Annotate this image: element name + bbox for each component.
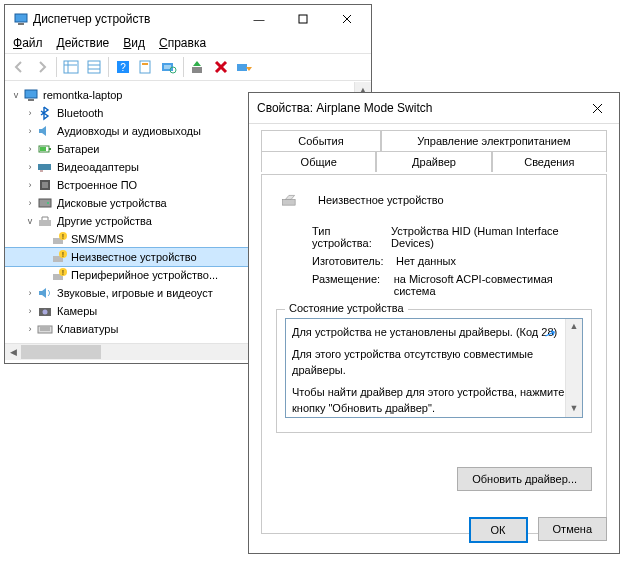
dialog-close-button[interactable] xyxy=(577,93,617,123)
titlebar[interactable]: Диспетчер устройств — xyxy=(5,5,371,33)
firmware-icon xyxy=(37,177,53,193)
svg-rect-30 xyxy=(42,182,48,188)
svg-rect-5 xyxy=(64,61,78,73)
scrollbar-thumb[interactable] xyxy=(21,345,101,359)
tab-driver[interactable]: Драйвер xyxy=(376,151,491,172)
svg-rect-26 xyxy=(40,147,46,151)
dialog-titlebar[interactable]: Свойства: Airplane Mode Switch xyxy=(249,93,619,124)
help-icon[interactable]: ? xyxy=(112,56,134,78)
label-loc: Размещение: xyxy=(312,273,394,297)
svg-text:?: ? xyxy=(120,62,126,73)
svg-rect-13 xyxy=(140,61,150,73)
scroll-up-icon[interactable]: ▲ xyxy=(566,319,582,335)
svg-rect-18 xyxy=(192,67,202,73)
tab-label: Общие xyxy=(301,156,337,168)
svg-point-32 xyxy=(47,202,49,204)
svg-rect-22 xyxy=(25,90,37,98)
disable-icon[interactable] xyxy=(233,56,255,78)
svg-rect-33 xyxy=(39,220,51,226)
tab-strip: События Управление электропитанием Общие… xyxy=(261,130,607,174)
svg-text:!: ! xyxy=(62,269,64,276)
value-mfr: Нет данных xyxy=(396,255,456,267)
menu-view[interactable]: Вид xyxy=(123,36,145,50)
menu-action[interactable]: Действие xyxy=(57,36,110,50)
menubar: Файл Действие Вид Справка xyxy=(5,33,371,53)
scroll-left-icon[interactable]: ◀ xyxy=(5,344,21,360)
tree-label: Клавиатуры xyxy=(57,323,118,335)
menu-help[interactable]: Справка xyxy=(159,36,206,50)
svg-rect-23 xyxy=(28,99,34,101)
button-label: Обновить драйвер... xyxy=(472,473,577,485)
update-driver-button[interactable]: Обновить драйвер... xyxy=(457,467,592,491)
computer-icon xyxy=(23,87,39,103)
svg-rect-8 xyxy=(88,61,100,73)
tree-label: Батареи xyxy=(57,143,100,155)
tab-power[interactable]: Управление электропитанием xyxy=(381,130,607,151)
tab-label: Сведения xyxy=(524,156,574,168)
tab-details[interactable]: Сведения xyxy=(492,151,607,172)
unknown-device-icon: ! xyxy=(51,249,67,265)
disk-icon xyxy=(37,195,53,211)
audio-icon xyxy=(37,123,53,139)
uninstall-icon[interactable] xyxy=(210,56,232,78)
svg-rect-25 xyxy=(49,148,51,150)
status-line: Чтобы найти драйвер для этого устройства… xyxy=(292,385,576,417)
tab-label: События xyxy=(298,135,343,147)
svg-point-44 xyxy=(43,310,48,315)
tab-panel-general: Неизвестное устройство Тип устройства:Ус… xyxy=(261,174,607,534)
unknown-device-icon: ! xyxy=(51,267,67,283)
device-large-icon xyxy=(276,189,304,211)
toolbar: ? xyxy=(5,53,371,81)
menu-file[interactable]: Файл xyxy=(13,36,43,50)
properties-dialog: Свойства: Airplane Mode Switch События У… xyxy=(248,92,620,554)
tab-general[interactable]: Общие xyxy=(261,151,376,172)
device-status-group: Состояние устройства Для устройства не у… xyxy=(276,309,592,433)
update-driver-icon[interactable] xyxy=(187,56,209,78)
scan-hardware-icon[interactable] xyxy=(158,56,180,78)
button-label: Отмена xyxy=(553,523,592,535)
close-button[interactable] xyxy=(325,5,369,33)
tree-label: Встроенное ПО xyxy=(57,179,137,191)
cancel-button[interactable]: Отмена xyxy=(538,517,607,541)
svg-rect-21 xyxy=(237,64,247,71)
status-scrollbar[interactable]: ▲ ▼ xyxy=(565,319,582,417)
tab-events[interactable]: События xyxy=(261,130,381,151)
keyboard-icon xyxy=(37,321,53,337)
device-name: Неизвестное устройство xyxy=(318,194,444,206)
tree-label: Дисковые устройства xyxy=(57,197,167,209)
camera-icon xyxy=(37,303,53,319)
back-button[interactable] xyxy=(8,56,30,78)
window-title: Диспетчер устройств xyxy=(33,12,237,26)
display-adapter-icon xyxy=(37,159,53,175)
button-label: ОК xyxy=(491,524,506,536)
minimize-button[interactable]: — xyxy=(237,5,281,33)
tree-label: Камеры xyxy=(57,305,97,317)
ok-button[interactable]: ОК xyxy=(469,517,528,543)
svg-text:!: ! xyxy=(62,251,64,258)
svg-rect-0 xyxy=(15,14,27,22)
toolbar-properties-icon[interactable] xyxy=(135,56,157,78)
svg-rect-50 xyxy=(283,199,296,205)
tree-label: Периферийное устройство... xyxy=(71,269,218,281)
svg-rect-27 xyxy=(38,164,51,170)
label-type: Тип устройства: xyxy=(312,225,391,249)
toolbar-showhide-icon[interactable] xyxy=(60,56,82,78)
unknown-device-icon: ! xyxy=(51,231,67,247)
status-line: Для устройства не установлены драйверы. … xyxy=(292,325,576,341)
other-devices-icon xyxy=(37,213,53,229)
battery-icon xyxy=(37,141,53,157)
tab-label: Управление электропитанием xyxy=(417,135,570,147)
device-status-text[interactable]: Для устройства не установлены драйверы. … xyxy=(285,318,583,418)
value-loc: на Microsoft ACPI-совместимая система xyxy=(394,273,592,297)
tree-label: Другие устройства xyxy=(57,215,152,227)
tab-label: Драйвер xyxy=(412,156,456,168)
tree-label: Аудиовходы и аудиовыходы xyxy=(57,125,201,137)
scroll-down-icon[interactable]: ▼ xyxy=(566,401,582,417)
toolbar-list-icon[interactable] xyxy=(83,56,105,78)
svg-rect-1 xyxy=(18,23,24,25)
svg-rect-31 xyxy=(39,199,51,207)
forward-button[interactable] xyxy=(31,56,53,78)
svg-text:!: ! xyxy=(62,233,64,240)
tree-label: SMS/MMS xyxy=(71,233,124,245)
maximize-button[interactable] xyxy=(281,5,325,33)
